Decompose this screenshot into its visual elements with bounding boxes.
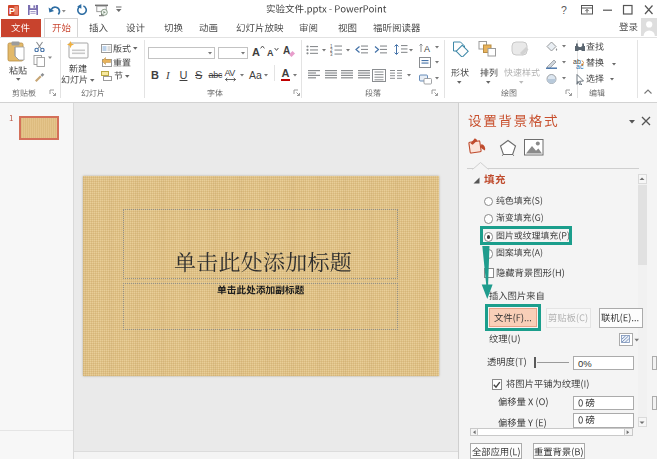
svg-text:?: ? (561, 4, 567, 16)
svg-text:P: P (9, 5, 15, 15)
svg-text:A: A (283, 45, 290, 56)
svg-text:3: 3 (330, 52, 333, 56)
svg-text:A: A (424, 44, 430, 54)
